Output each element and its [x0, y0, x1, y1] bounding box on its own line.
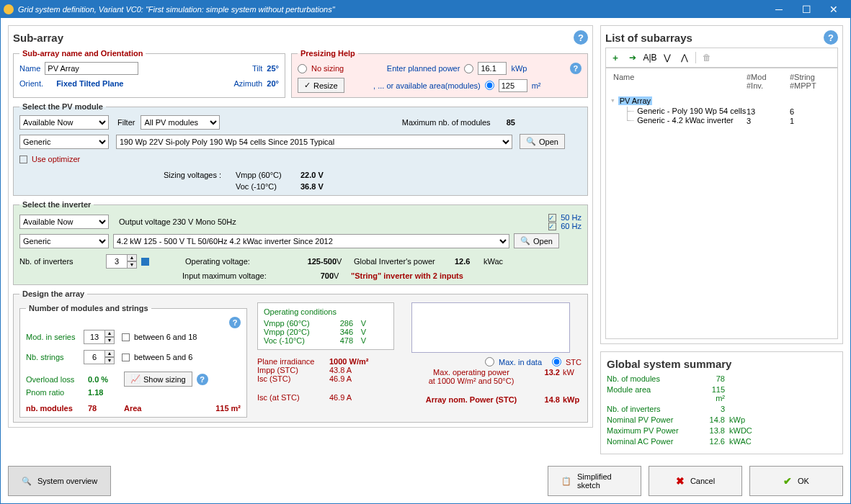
no-sizing-radio[interactable]: No sizing: [298, 64, 344, 73]
hdr-name: Name: [610, 73, 747, 90]
pv-module-select[interactable]: 190 Wp 22V Si-poly Poly 190 Wp 54 cells …: [116, 135, 512, 149]
inv-output-label: Output voltage 230 V Mono 50Hz: [119, 217, 236, 226]
help-icon[interactable]: ?: [570, 63, 582, 74]
help-icon[interactable]: ?: [197, 374, 208, 385]
orient-mode: Fixed Tilted Plane: [56, 79, 123, 88]
rename-icon[interactable]: A|B: [643, 51, 656, 64]
ok-button[interactable]: ✔ OK: [749, 466, 843, 496]
voc-value: 36.8 V: [300, 182, 324, 191]
string-note: "String" inverter with 2 inputs: [351, 271, 463, 280]
overload-label: Overload loss: [26, 375, 88, 384]
inv-manufacturer-select[interactable]: Generic: [19, 234, 109, 248]
pv-filter-select[interactable]: All PV modules: [141, 115, 220, 130]
design-legend: Design the array: [19, 289, 87, 298]
global-inv-val: 12.6: [455, 257, 484, 266]
summary-title: Global system summary: [607, 358, 837, 370]
preview-box: [411, 302, 570, 353]
show-sizing-button[interactable]: 📈 Show sizing: [124, 372, 192, 387]
hz50-checkbox[interactable]: 50 Hz: [548, 213, 582, 222]
pv-manufacturer-select[interactable]: Generic: [19, 135, 109, 149]
subarray-name-input[interactable]: [45, 62, 138, 75]
inv-open-button[interactable]: 🔍 Open: [514, 233, 559, 248]
vmpp60-value: 22.0 V: [300, 171, 324, 179]
app-icon: [4, 4, 14, 14]
resize-button[interactable]: ✓ Resize: [298, 78, 344, 93]
opcond-title: Operating conditions: [264, 307, 388, 316]
nb-strings-hint-checkbox[interactable]: between 5 and 6: [122, 353, 192, 361]
hdr-string: #String #MPPT: [790, 73, 833, 90]
planned-power-input[interactable]: [478, 62, 507, 75]
name-label: Name: [19, 64, 40, 73]
simplified-sketch-button[interactable]: 📋 Simplified sketch: [548, 466, 641, 496]
array-nom-label: Array nom. Power (STC): [411, 395, 531, 404]
nb-inverters-spinner[interactable]: ▲▼: [106, 254, 137, 269]
cancel-button[interactable]: ✖ Cancel: [649, 466, 742, 496]
tree-item-module[interactable]: ├┈Generic - Poly 190 Wp 54 cells 13 6: [610, 107, 833, 116]
hdr-mod: #Mod #Inv.: [747, 73, 790, 90]
nb-strings-label: Nb. strings: [26, 353, 84, 361]
nb-strings-spinner[interactable]: ▲▼: [84, 350, 115, 364]
list-title: List of subarrays: [605, 32, 692, 44]
vmpp60-label: Vmpp (60°C): [236, 171, 300, 179]
inv-availability-select[interactable]: Available Now: [19, 215, 109, 229]
inv-model-select[interactable]: 4.2 kW 125 - 500 V TL 50/60Hz 4.2 kWac i…: [113, 234, 509, 248]
presizing-legend: Presizing Help: [298, 49, 358, 58]
planned-power-label: Enter planned power: [387, 64, 460, 73]
close-button[interactable]: ✕: [820, 4, 847, 15]
maximize-button[interactable]: ☐: [793, 4, 820, 15]
area-input[interactable]: [499, 79, 527, 92]
area-label: Area: [124, 404, 174, 413]
nb-inverters-checkbox[interactable]: [141, 258, 149, 266]
area-radio[interactable]: [485, 81, 494, 90]
azimuth-value: 20°: [267, 79, 279, 88]
global-inv-unit: kWac: [484, 257, 503, 266]
forward-icon[interactable]: ➔: [626, 51, 639, 64]
op-volt-val: 125-500: [293, 257, 337, 266]
mod-series-spinner[interactable]: ▲▼: [84, 330, 115, 344]
nb-modules-val: 78: [88, 404, 124, 413]
system-overview-button[interactable]: 🔍 System overview: [8, 466, 111, 496]
tilt-value: 25°: [267, 64, 279, 73]
planned-power-radio[interactable]: [464, 64, 473, 73]
window-title: Grid system definition, Variant VC0: "Fi…: [18, 5, 765, 14]
hz60-checkbox[interactable]: 60 Hz: [548, 222, 582, 230]
move-down-icon[interactable]: ⋁: [661, 51, 674, 64]
help-icon[interactable]: ?: [824, 30, 838, 45]
pnom-val: 1.18: [88, 388, 103, 397]
max-op-power-label: Max. operating power: [411, 368, 531, 377]
orient-label: Orient.: [19, 79, 43, 88]
stc-radio[interactable]: STC: [552, 357, 582, 366]
tilt-label: Tilt: [252, 64, 262, 73]
minimize-button[interactable]: ─: [765, 4, 793, 15]
filter-label: Filter: [117, 118, 135, 127]
mod-series-label: Mod. in series: [26, 333, 84, 341]
max-mod-value: 85: [507, 118, 515, 127]
help-icon[interactable]: ?: [229, 317, 241, 328]
num-legend: Number of modules and strings: [26, 304, 151, 312]
tree-root[interactable]: ▾ PV Array: [610, 96, 833, 105]
op-volt-label: Operating voltage:: [185, 257, 293, 266]
use-optimizer-checkbox[interactable]: Use optimizer: [19, 155, 80, 163]
max-mod-label: Maximum nb. of modules: [402, 118, 491, 127]
max-in-data-radio[interactable]: Max. in data: [485, 357, 542, 366]
overload-val: 0.0 %: [88, 375, 124, 384]
add-button[interactable]: ＋: [609, 51, 622, 64]
max-volt-val: 700: [290, 271, 334, 280]
or-area-label: , ... or available area(modules): [373, 81, 481, 90]
move-up-icon[interactable]: ⋀: [678, 51, 691, 64]
delete-icon[interactable]: 🗑: [700, 51, 713, 64]
area-val: 115 m²: [174, 404, 241, 413]
pnom-label: Pnom ratio: [26, 388, 88, 397]
pv-open-button[interactable]: 🔍 Open: [520, 134, 565, 149]
inverter-legend: Select the inverter: [19, 200, 94, 209]
nb-modules-label: nb. modules: [26, 404, 88, 413]
mod-series-hint-checkbox[interactable]: between 6 and 18: [122, 333, 197, 341]
tree-item-inverter[interactable]: └┈Generic - 4.2 kWac inverter 3 1: [610, 116, 833, 125]
max-volt-label: Input maximum voltage:: [182, 271, 290, 280]
orient-legend: Sub-array name and Orientation: [19, 49, 146, 58]
help-icon[interactable]: ?: [574, 30, 588, 45]
sizing-voltages-label: Sizing voltages :: [164, 171, 236, 179]
global-inv-label: Global Inverter's power: [354, 257, 455, 266]
pv-availability-select[interactable]: Available Now: [19, 115, 109, 130]
pv-legend: Select the PV module: [19, 102, 106, 111]
